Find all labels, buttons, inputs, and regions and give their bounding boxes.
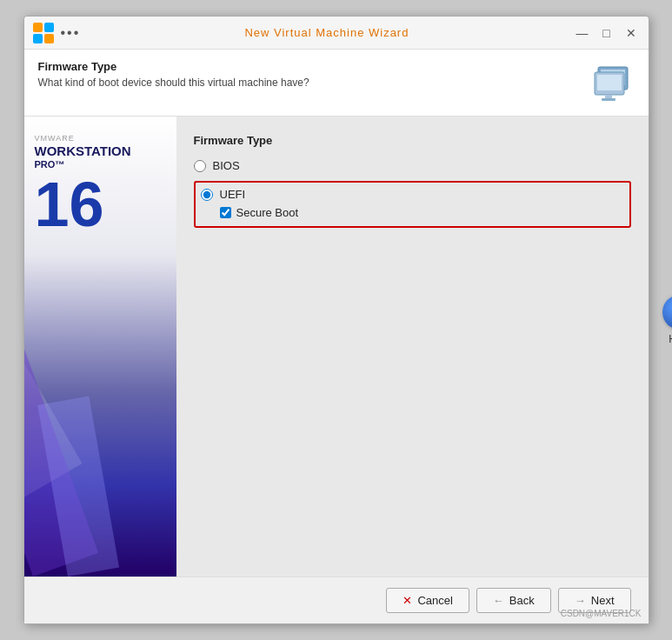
svg-rect-9 xyxy=(602,98,615,101)
svg-rect-0 xyxy=(33,23,43,32)
help-circle-icon: ? xyxy=(662,295,673,330)
header-section: Firmware Type What kind of boot device s… xyxy=(24,50,649,117)
secure-boot-checkbox[interactable] xyxy=(220,207,231,218)
firmware-type-group: BIOS UEFI Secure Boot xyxy=(194,159,631,228)
uefi-row: UEFI xyxy=(201,188,621,201)
maximize-button[interactable]: □ xyxy=(598,24,615,42)
next-icon: → xyxy=(575,594,586,607)
titlebar-title: New Virtual Machine Wizard xyxy=(80,26,573,39)
back-label: Back xyxy=(509,594,535,607)
help-label: Help xyxy=(669,333,672,345)
uefi-label: UEFI xyxy=(220,188,246,201)
svg-rect-7 xyxy=(597,75,622,90)
svg-rect-1 xyxy=(44,23,54,32)
uefi-option[interactable]: UEFI xyxy=(201,188,246,201)
header-subtitle: What kind of boot device should this vir… xyxy=(38,77,589,89)
computer-icon xyxy=(589,60,635,105)
titlebar-menu-dots[interactable]: ••• xyxy=(61,25,81,41)
version-number: 16 xyxy=(35,173,166,236)
bios-option[interactable]: BIOS xyxy=(194,159,631,172)
uefi-radio[interactable] xyxy=(201,189,213,201)
footer: ✕ Cancel ← Back → Next xyxy=(24,577,649,623)
back-icon: ← xyxy=(493,594,504,607)
cancel-label: Cancel xyxy=(417,594,452,607)
minimize-button[interactable]: — xyxy=(574,24,591,42)
vmware-label: VMWARE xyxy=(35,134,166,143)
uefi-box: UEFI Secure Boot xyxy=(194,181,631,228)
close-button[interactable]: ✕ xyxy=(622,24,640,42)
svg-rect-3 xyxy=(44,34,54,43)
content-area: VMWARE WORKSTATION PRO™ 16 Firmware Type xyxy=(24,117,649,577)
secure-boot-option[interactable]: Secure Boot xyxy=(220,206,621,219)
header-icon xyxy=(589,60,635,105)
app-logo xyxy=(33,23,54,43)
header-title: Firmware Type xyxy=(38,60,589,73)
next-label: Next xyxy=(591,594,615,607)
cancel-button[interactable]: ✕ Cancel xyxy=(386,588,469,613)
sidebar: VMWARE WORKSTATION PRO™ 16 xyxy=(24,117,176,577)
main-panel: Firmware Type BIOS UEFI xyxy=(176,117,649,577)
help-button[interactable]: ? Help xyxy=(662,295,673,345)
dialog-window: ••• New Virtual Machine Wizard — □ ✕ Fir… xyxy=(23,16,649,624)
bios-radio[interactable] xyxy=(194,160,206,172)
product-name: WORKSTATION xyxy=(35,144,166,159)
section-title: Firmware Type xyxy=(194,134,631,147)
header-text: Firmware Type What kind of boot device s… xyxy=(38,60,589,89)
watermark: CSDN@MAVER1CK xyxy=(561,609,642,618)
window-controls: — □ ✕ xyxy=(574,24,640,42)
product-edition: PRO™ xyxy=(35,159,166,170)
bios-label: BIOS xyxy=(213,159,240,172)
titlebar: ••• New Virtual Machine Wizard — □ ✕ xyxy=(24,17,649,50)
secure-boot-label: Secure Boot xyxy=(236,206,299,219)
back-button[interactable]: ← Back xyxy=(476,588,551,613)
sidebar-decoration xyxy=(24,316,176,577)
svg-rect-2 xyxy=(33,34,43,43)
cancel-icon: ✕ xyxy=(403,594,412,607)
